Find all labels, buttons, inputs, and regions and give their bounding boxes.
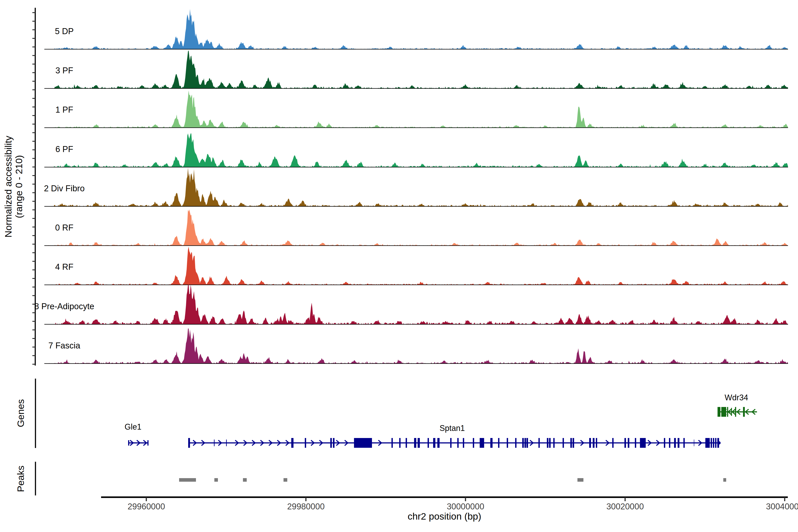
signal-area-1-pf <box>44 91 788 128</box>
gene-exon <box>433 438 435 448</box>
signal-area-2-div-fibro <box>44 168 788 206</box>
peak-region-box <box>284 478 287 482</box>
genes-section-label: Genes <box>15 399 26 428</box>
gene-exon <box>414 438 416 448</box>
track-label-7-fascia: 7 Fascia <box>48 341 80 350</box>
gene-exon <box>718 407 720 417</box>
peak-region-box <box>243 478 247 482</box>
gene-exon <box>743 407 745 417</box>
signal-track-3-pf: 3 PF <box>44 50 788 89</box>
gene-exon <box>570 438 572 448</box>
gene-exon <box>573 438 574 448</box>
track-label-8-pre-adipocyte: 8 Pre-Adipocyte <box>34 302 94 311</box>
gene-exon <box>147 440 149 445</box>
gene-exon <box>128 440 129 445</box>
gene-exon <box>589 438 591 448</box>
gene-exon <box>480 438 484 448</box>
track-label-2-div-fibro: 2 Div Fibro <box>44 184 85 193</box>
gene-exon <box>612 438 613 448</box>
x-axis-tick-label: 30040000 <box>766 502 798 511</box>
gene-wdr34: Wdr34 <box>718 393 757 417</box>
signal-area-5-dp <box>44 9 788 50</box>
gene-exon <box>291 438 293 448</box>
peak-region-box <box>577 478 584 482</box>
track-label-3-pf: 3 PF <box>55 66 73 75</box>
gene-label-sptan1: Sptan1 <box>440 424 465 433</box>
gene-exon <box>593 438 594 448</box>
peaks-track <box>36 462 726 495</box>
signal-area-7-fascia <box>44 328 788 363</box>
gene-exon <box>406 438 407 448</box>
gene-exon <box>669 438 670 448</box>
signal-area-0-rf <box>44 209 788 246</box>
gene-exon <box>674 438 676 448</box>
signal-track-4-rf: 4 RF <box>44 247 788 285</box>
gene-exon <box>563 438 564 448</box>
gene-exon <box>694 440 694 446</box>
gene-exon <box>428 438 429 448</box>
peaks-section-label: Peaks <box>15 466 26 492</box>
gene-exon <box>457 438 459 448</box>
gene-exon <box>624 438 626 448</box>
y-axis-label-line2: (range 0 - 210) <box>14 155 24 218</box>
signal-area-6-pf <box>44 133 788 167</box>
gene-exon <box>399 438 401 448</box>
gene-exon <box>515 438 516 448</box>
gene-exon <box>507 438 508 448</box>
genes-track: Gle1Sptan1Wdr34 <box>36 379 757 448</box>
peak-region-box <box>214 478 218 482</box>
signal-track-6-pf: 6 PF <box>44 133 788 167</box>
signal-area-4-rf <box>44 247 788 285</box>
signal-track-7-fascia: 7 Fascia <box>44 328 788 363</box>
signal-track-8-pre-adipocyte: 8 Pre-Adipocyte <box>34 285 788 324</box>
gene-exon <box>635 438 636 448</box>
gene-exon <box>330 438 332 448</box>
y-axis <box>32 8 35 365</box>
accessibility-tracks: 5 DP3 PF1 PF6 PF2 Div Fibro0 RF4 RF8 Pre… <box>34 9 788 364</box>
gene-gle1: Gle1 <box>125 422 149 445</box>
track-label-6-pf: 6 PF <box>55 145 73 154</box>
gene-exon <box>354 438 372 448</box>
x-axis-tick-label: 29960000 <box>128 502 165 511</box>
gene-exon <box>640 438 646 448</box>
gene-exon <box>418 438 420 448</box>
gene-exon <box>522 438 524 448</box>
gene-exon <box>473 438 474 448</box>
signal-track-2-div-fibro: 2 Div Fibro <box>44 168 788 206</box>
gene-exon <box>678 438 679 448</box>
signal-track-5-dp: 5 DP <box>44 9 788 50</box>
x-axis-tick-label: 29980000 <box>287 502 324 511</box>
x-axis-tick-label: 30020000 <box>606 502 644 511</box>
gene-exon <box>333 438 335 448</box>
gene-exon <box>463 438 464 448</box>
gene-exon <box>596 438 597 448</box>
gene-end-cap <box>718 441 721 444</box>
gene-exon <box>188 438 190 448</box>
peak-region-box <box>723 478 726 482</box>
gene-exon <box>450 438 452 448</box>
track-label-0-rf: 0 RF <box>55 223 73 232</box>
genome-browser-figure: Normalized accessibility (range 0 - 210)… <box>0 0 798 532</box>
track-label-5-dp: 5 DP <box>55 26 74 36</box>
gene-exon <box>713 438 714 448</box>
gene-sptan1: Sptan1 <box>188 424 721 448</box>
signal-track-0-rf: 0 RF <box>44 209 788 246</box>
signal-area-8-pre-adipocyte <box>44 285 788 324</box>
gene-exon <box>549 438 551 448</box>
x-axis: 2996000029980000300000003002000030040000 <box>101 497 798 511</box>
signal-area-3-pf <box>44 50 788 89</box>
gene-exon <box>305 438 306 448</box>
track-label-4-rf: 4 RF <box>55 262 73 271</box>
gene-exon <box>392 438 393 448</box>
gene-exon <box>226 440 227 446</box>
gene-exon <box>715 438 717 448</box>
y-axis-label-line1: Normalized accessibility <box>3 136 14 238</box>
gene-exon <box>525 438 526 448</box>
gene-exon <box>490 438 493 448</box>
gene-exon <box>498 438 499 448</box>
gene-label-wdr34: Wdr34 <box>725 393 748 402</box>
gene-exon <box>664 438 665 448</box>
gene-label-gle1: Gle1 <box>125 422 141 431</box>
gene-exon <box>527 438 528 448</box>
gene-exon <box>214 440 214 446</box>
